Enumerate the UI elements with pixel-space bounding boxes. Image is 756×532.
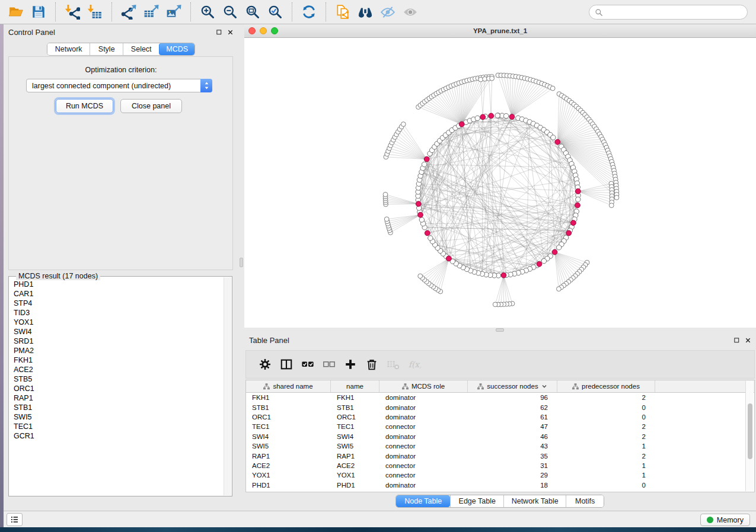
task-history-button[interactable]	[7, 513, 23, 526]
tab-node-table[interactable]: Node Table	[396, 495, 450, 507]
table-cell: 1	[557, 441, 655, 451]
run-mcds-button[interactable]: Run MCDS	[56, 99, 113, 113]
table-cell: dominator	[379, 402, 468, 412]
close-panel-button[interactable]: Close panel	[120, 99, 182, 113]
table-row[interactable]: ACE2ACE2connector311	[246, 461, 754, 470]
mcds-result-item[interactable]: STP4	[14, 299, 224, 308]
table-cell: dominator	[379, 393, 468, 402]
mcds-result-item[interactable]: PMA2	[14, 346, 224, 355]
zoom-selected-button[interactable]	[264, 1, 286, 23]
split-table-button[interactable]	[276, 354, 297, 375]
mcds-result-item[interactable]: CAR1	[14, 289, 224, 299]
table-cell: 1	[557, 461, 655, 470]
column-header-predecessor-nodes[interactable]: predecessor nodes	[557, 380, 655, 392]
table-row[interactable]: ORC1ORC1dominator610	[246, 412, 754, 422]
import-table-button[interactable]	[84, 1, 106, 23]
zoom-in-button[interactable]	[196, 1, 219, 23]
mcds-result-item[interactable]: SWI4	[14, 327, 224, 336]
network-graph[interactable]	[244, 38, 756, 328]
add-column-button[interactable]	[340, 354, 361, 375]
network-canvas[interactable]	[244, 38, 756, 328]
export-network-button[interactable]	[117, 1, 140, 23]
mcds-result-item[interactable]: TEC1	[14, 422, 224, 431]
select-all-button[interactable]	[297, 354, 318, 375]
float-window-icon[interactable]	[733, 337, 740, 344]
zoom-out-button[interactable]	[219, 1, 241, 23]
import-network-button[interactable]	[61, 1, 84, 23]
criterion-dropdown[interactable]: largest connected component (undirected)	[26, 79, 212, 92]
tab-network-table[interactable]: Network Table	[503, 495, 566, 507]
column-header-shared-name[interactable]: shared name	[246, 380, 331, 392]
table-cell: 31	[468, 461, 557, 470]
table-cell: 62	[468, 402, 557, 412]
mcds-result-item[interactable]: ACE2	[14, 365, 224, 374]
search-input[interactable]	[607, 8, 737, 17]
memory-button[interactable]: Memory	[700, 514, 750, 526]
mcds-result-item[interactable]: STB1	[14, 403, 224, 412]
table-cell: 18	[468, 480, 557, 490]
tab-mcds[interactable]: MCDS	[159, 43, 194, 55]
close-panel-icon[interactable]	[745, 337, 751, 344]
zoom-selected-icon	[267, 4, 283, 20]
save-session-button[interactable]	[27, 1, 50, 23]
columns-icon	[280, 358, 293, 371]
column-header-MCDS-role[interactable]: MCDS role	[379, 380, 468, 392]
table-cell: 2	[557, 451, 655, 460]
table-row[interactable]: RAP1RAP1dominator352	[246, 451, 754, 460]
table-row[interactable]: SWI5SWI5connector431	[246, 441, 754, 451]
table-cell: 29	[468, 470, 557, 480]
status-bar: Memory	[4, 511, 756, 527]
mcds-result-item[interactable]: GCR1	[14, 431, 224, 441]
column-header-successor-nodes[interactable]: successor nodes	[468, 380, 557, 392]
mcds-result-scrollbar[interactable]	[224, 277, 231, 495]
find-network-button[interactable]	[354, 1, 377, 23]
horizontal-splitter[interactable]	[244, 328, 756, 332]
float-window-icon[interactable]	[216, 29, 222, 36]
tab-network[interactable]: Network	[47, 43, 90, 55]
tab-style[interactable]: Style	[90, 43, 123, 55]
network-window-titlebar[interactable]: YPA_prune.txt_1	[244, 24, 756, 38]
copy-network-button[interactable]	[331, 1, 354, 23]
sort-desc-icon	[541, 383, 547, 389]
table-cell: FKH1	[246, 393, 331, 402]
hide-selected-button[interactable]	[377, 1, 399, 23]
table-cell: PHD1	[331, 480, 379, 490]
mcds-result-item[interactable]: TID3	[14, 308, 224, 318]
table-row[interactable]: TEC1TEC1connector472	[246, 422, 754, 431]
deselect-all-button[interactable]	[318, 354, 340, 375]
table-scrollbar[interactable]	[745, 381, 754, 491]
splitter-grip[interactable]	[240, 258, 243, 267]
table-scrollbar-thumb[interactable]	[748, 403, 752, 459]
table-cell: RAP1	[331, 451, 379, 460]
mcds-result-item[interactable]: SWI5	[14, 412, 224, 422]
zoom-fit-button[interactable]	[241, 1, 264, 23]
table-row[interactable]: STB1STB1dominator620	[246, 402, 754, 412]
delete-column-button[interactable]	[361, 354, 382, 375]
close-panel-icon[interactable]	[227, 29, 234, 36]
table-row[interactable]: SWI4SWI4dominator462	[246, 432, 754, 441]
table-row[interactable]: FKH1FKH1dominator962	[246, 393, 754, 402]
mcds-result-item[interactable]: ORC1	[14, 384, 224, 393]
mcds-result-item[interactable]: SRD1	[14, 336, 224, 346]
main-toolbar	[0, 0, 756, 24]
mcds-result-item[interactable]: PHD1	[14, 280, 224, 289]
mcds-result-item[interactable]: YOX1	[14, 318, 224, 327]
table-row[interactable]: YOX1YOX1connector291	[246, 470, 754, 480]
column-settings-button[interactable]	[254, 354, 276, 375]
tab-select[interactable]: Select	[123, 43, 160, 55]
column-header-name[interactable]: name	[331, 380, 379, 392]
delete-table-button	[382, 354, 404, 375]
export-image-button[interactable]	[162, 1, 185, 23]
open-file-button[interactable]	[5, 1, 27, 23]
search-box[interactable]	[589, 5, 748, 20]
vertical-splitter[interactable]	[238, 24, 244, 511]
table-row[interactable]: PHD1PHD1dominator180	[246, 480, 754, 490]
mcds-result-item[interactable]: FKH1	[14, 355, 224, 365]
tab-edge-table[interactable]: Edge Table	[450, 495, 503, 507]
refresh-button[interactable]	[298, 1, 320, 23]
export-table-button[interactable]	[140, 1, 162, 23]
tab-motifs[interactable]: Motifs	[566, 495, 604, 507]
splitter-grip[interactable]	[496, 328, 504, 332]
mcds-result-item[interactable]: STB5	[14, 374, 224, 384]
mcds-result-item[interactable]: RAP1	[14, 393, 224, 403]
